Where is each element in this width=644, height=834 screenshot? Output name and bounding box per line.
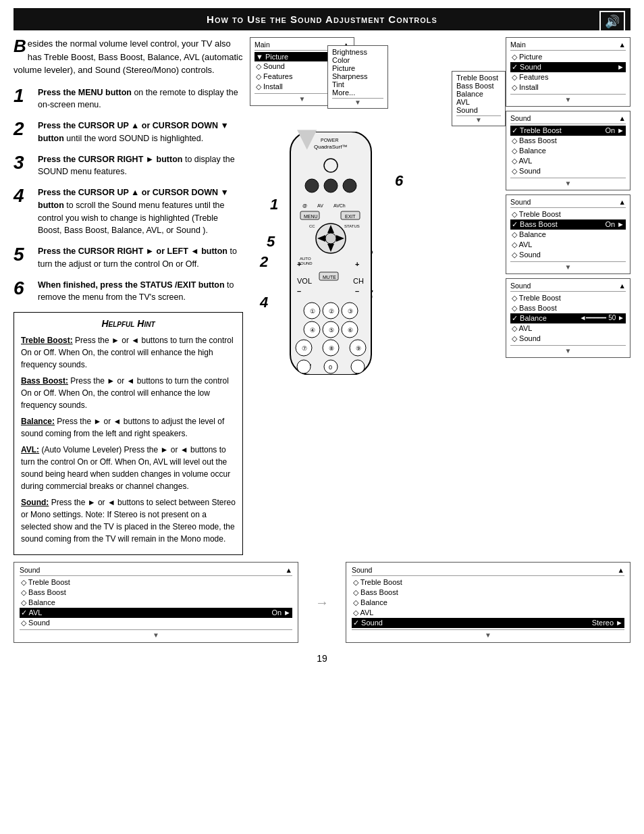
hint-sound: Sound: Press the ► or ◄ buttons to selec… xyxy=(21,496,236,545)
menu-6-balance: ◇ Balance xyxy=(20,598,292,608)
menu-5-footer: ▼ xyxy=(510,345,626,355)
menu-3-sound: ◇ Sound xyxy=(510,166,626,176)
step-3-num: 3 xyxy=(14,153,32,172)
step-4-text: Press the CURSOR UP ▲ or CURSOR DOWN ▼ b… xyxy=(38,186,243,237)
svg-text:0: 0 xyxy=(329,364,332,371)
menu-5-treble: ◇ Treble Boost xyxy=(510,293,626,303)
menu-2-picture: ◇ Picture xyxy=(510,52,626,62)
sub-picture: Picture xyxy=(332,64,383,72)
menu-6-footer: ▼ xyxy=(20,629,292,639)
menu-6-avl: ✓ AVL On ► xyxy=(20,608,292,618)
menu-3-bass: ◇ Bass Boost xyxy=(510,136,626,146)
menu-3-footer: ▼ xyxy=(510,178,626,187)
step-1: 1 Press the MENU button on the remote to… xyxy=(14,86,243,112)
svg-text:⑤: ⑤ xyxy=(329,327,334,334)
svg-text:VOL: VOL xyxy=(297,277,312,285)
menu-4-balance: ◇ Balance xyxy=(510,230,626,240)
step-2: 2 Press the CURSOR UP ▲ or CURSOR DOWN ▼… xyxy=(14,120,243,145)
menu-5-sound: ◇ Sound xyxy=(510,334,626,344)
menu-1-picture-label: ▼ Picture xyxy=(256,53,288,61)
sub-tint: Tint xyxy=(332,80,383,88)
menu-4-avl: ◇ AVL xyxy=(510,240,626,250)
svg-text:④: ④ xyxy=(310,327,315,334)
remote-control: QuadraSurf™ POWER @ AV AVCh MENU xyxy=(277,132,385,375)
hint-bass: Bass Boost: Press the ► or ◄ buttons to … xyxy=(21,375,236,411)
svg-text:②: ② xyxy=(329,308,334,315)
svg-text:EXIT: EXIT xyxy=(345,214,356,219)
step-label-2a: 2 xyxy=(260,253,268,271)
step-2-rest: until the word SOUND is highlighted. xyxy=(66,134,203,143)
hint-box: Helpful Hint Treble Boost: Press the ► o… xyxy=(14,312,243,555)
svg-text:CC: CC xyxy=(309,224,315,228)
menu-3-treble: ✓ Treble Boost On ► xyxy=(510,126,626,136)
menu-1-title-text: Main xyxy=(254,41,270,49)
sub-menu-1: Brightness Color Picture Sharpness Tint … xyxy=(327,45,388,109)
menu-2-footer: ▼ xyxy=(510,94,626,103)
svg-point-49 xyxy=(297,360,311,373)
right-column: Main ▲ ▼ Picture ► ◇ Sound ◇ Features ◇ xyxy=(243,37,630,555)
menu-sound-7: Sound ▲ ◇ Treble Boost ◇ Bass Boost ◇ Ba… xyxy=(346,562,630,643)
right-panels: Main ▲ ◇ Picture ✓ Sound ► ◇ Features ◇ … xyxy=(506,37,630,358)
page-title: How to Use the Sound Adjustment Controls xyxy=(14,14,630,25)
svg-text:AVCh: AVCh xyxy=(333,203,346,208)
step-6-text: When finished, press the STATUS /EXIT bu… xyxy=(38,279,243,305)
svg-text:⑨: ⑨ xyxy=(356,345,361,352)
speaker-icon: 🔊 xyxy=(599,11,625,32)
menu-7-title: Sound ▲ xyxy=(352,566,624,576)
step-1-bold: Press the MENU button xyxy=(38,88,132,97)
main-content: B esides the normal volume level control… xyxy=(14,37,630,555)
menu-3-balance: ◇ Balance xyxy=(510,146,626,156)
step-2-num: 2 xyxy=(14,120,32,138)
svg-point-52 xyxy=(351,360,365,373)
menu-4-footer: ▼ xyxy=(510,261,626,271)
step-4-num: 4 xyxy=(14,186,32,205)
step-4-rest: to scroll the Sound menu features until … xyxy=(38,201,225,236)
step-label-6: 6 xyxy=(395,172,403,190)
menu-sound-4: Sound ▲ ◇ Treble Boost ✓ Bass Boost On ►… xyxy=(506,194,630,274)
svg-text:AUTO: AUTO xyxy=(300,257,311,261)
menu-3-avl: ◇ AVL xyxy=(510,156,626,166)
sub-more: More... xyxy=(332,88,383,97)
step-3: 3 Press the CURSOR RIGHT ► button to dis… xyxy=(14,153,243,179)
menu-4-title: Sound ▲ xyxy=(510,198,626,208)
step-label-5: 5 xyxy=(267,233,275,251)
page-number: 19 xyxy=(0,653,644,664)
menu-7-balance: ◇ Balance xyxy=(352,598,624,608)
menu-7-footer: ▼ xyxy=(352,629,624,639)
menu-7-bass: ◇ Bass Boost xyxy=(352,588,624,598)
step-5-bold: Press the CURSOR RIGHT ► or LEFT ◄ butto… xyxy=(38,246,227,256)
step-6: 6 When finished, press the STATUS /EXIT … xyxy=(14,279,243,305)
sub-menu-1-footer: ▼ xyxy=(332,98,383,106)
diagram-area: Main ▲ ▼ Picture ► ◇ Sound ◇ Features ◇ xyxy=(250,37,630,388)
menu-7-treble: ◇ Treble Boost xyxy=(352,577,624,588)
menu-6-treble: ◇ Treble Boost xyxy=(20,577,292,588)
menu-2-install: ◇ Install xyxy=(510,82,626,93)
svg-text:MUTE: MUTE xyxy=(323,275,336,280)
svg-text:CH: CH xyxy=(353,277,364,285)
menu-5-title: Sound ▲ xyxy=(510,282,626,292)
hint-avl: AVL: (Auto Volume Leveler) Press the ► o… xyxy=(21,444,236,492)
menu-main-2: Main ▲ ◇ Picture ✓ Sound ► ◇ Features ◇ … xyxy=(506,37,630,107)
left-column: B esides the normal volume level control… xyxy=(14,37,243,555)
menu-5-bass: ◇ Bass Boost xyxy=(510,303,626,313)
hint-treble: Treble Boost: Press the ► or ◄ buttons t… xyxy=(21,334,236,371)
step-5-text: Press the CURSOR RIGHT ► or LEFT ◄ butto… xyxy=(38,245,243,271)
svg-point-4 xyxy=(305,179,319,192)
step-2-text: Press the CURSOR UP ▲ or CURSOR DOWN ▼ b… xyxy=(38,120,243,145)
sub-sharpness: Sharpness xyxy=(332,72,383,80)
intro-text: B esides the normal volume level control… xyxy=(14,37,243,77)
menu-4-treble: ◇ Treble Boost xyxy=(510,209,626,219)
menu-4-bass: ✓ Bass Boost On ► xyxy=(510,219,626,230)
svg-text:MENU: MENU xyxy=(304,214,318,219)
connecting-arrow: → xyxy=(312,562,332,643)
svg-text:①: ① xyxy=(310,308,315,315)
svg-point-19 xyxy=(325,233,336,244)
svg-text:③: ③ xyxy=(348,308,353,315)
menu-4-sound: ◇ Sound xyxy=(510,250,626,260)
intro-body: esides the normal volume level control, … xyxy=(14,38,242,75)
down-arrow-1: ▼ xyxy=(290,118,324,157)
hint-title-text: Helpful Hint xyxy=(101,318,155,329)
hint-title: Helpful Hint xyxy=(21,318,236,329)
svg-text:–: – xyxy=(355,287,359,295)
hint-balance: Balance: Press the ► or ◄ buttons to adj… xyxy=(21,415,236,440)
